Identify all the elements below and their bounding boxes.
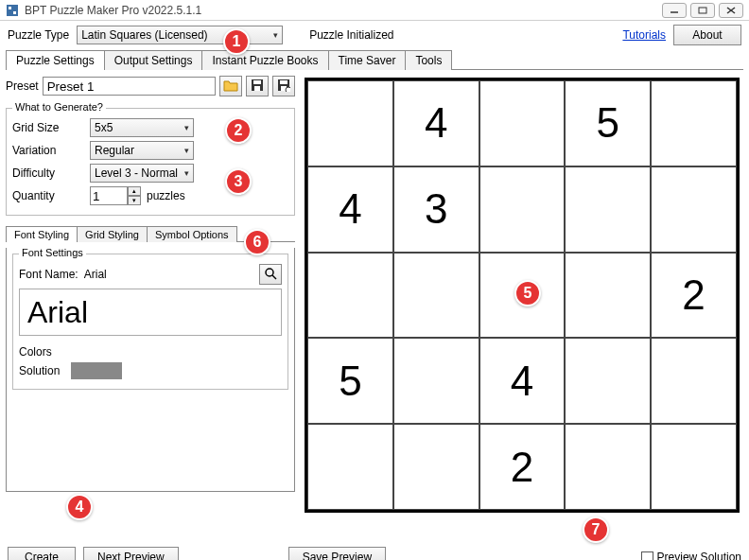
save-as-icon (277, 79, 290, 95)
quantity-unit: puzzles (147, 189, 185, 202)
font-browse-button[interactable] (259, 264, 282, 285)
puzzle-cell: 2 (479, 424, 566, 510)
chevron-down-icon: ▾ (184, 146, 189, 155)
footer-bar: Create Next Preview Save Preview Preview… (0, 541, 749, 560)
svg-rect-2 (13, 11, 16, 14)
preset-row: Preset (6, 76, 295, 96)
subtab-grid-styling[interactable]: Grid Styling (77, 226, 148, 242)
spin-up-button[interactable]: ▴ (128, 186, 141, 196)
svg-rect-11 (280, 80, 287, 84)
window-titlebar: BPT Puzzle Maker Pro v2022.5.1.1 (0, 0, 749, 21)
svg-rect-9 (254, 86, 260, 91)
callout-3: 3 (225, 168, 252, 195)
puzzle-cell (479, 166, 566, 253)
preview-solution-checkbox[interactable]: Preview Solution (641, 551, 741, 560)
subtab-symbol-options[interactable]: Symbol Options (147, 226, 237, 242)
svg-rect-4 (699, 8, 706, 13)
styling-panel: Font Settings Font Name: Arial Arial Col… (6, 248, 295, 492)
open-preset-button[interactable] (219, 76, 242, 96)
colors-label: Colors (19, 345, 282, 359)
puzzle-cell (393, 253, 479, 339)
puzzle-cell: 3 (393, 166, 479, 253)
save-preview-button[interactable]: Save Preview (288, 547, 386, 560)
callout-2: 2 (225, 117, 252, 144)
tab-puzzle-settings[interactable]: Puzzle Settings (6, 50, 105, 70)
generate-legend: What to Generate? (12, 101, 106, 113)
checkbox-icon (641, 551, 653, 561)
puzzle-cell (565, 253, 651, 339)
about-button[interactable]: About (673, 25, 741, 45)
next-preview-button[interactable]: Next Preview (83, 547, 179, 560)
save-preset-button[interactable] (246, 76, 269, 96)
puzzle-cell: 4 (393, 80, 479, 166)
preset-input[interactable] (43, 77, 216, 96)
variation-label: Variation (12, 144, 84, 157)
maximize-button[interactable] (690, 3, 715, 18)
puzzle-cell (651, 424, 737, 510)
app-icon (6, 4, 19, 17)
save-as-preset-button[interactable] (272, 76, 295, 96)
tab-tools[interactable]: Tools (405, 50, 452, 70)
tab-instant-puzzle-books[interactable]: Instant Puzzle Books (201, 50, 328, 70)
puzzle-cell (565, 338, 651, 424)
puzzle-cell (307, 253, 393, 339)
callout-4: 4 (66, 494, 93, 520)
puzzle-cell (651, 166, 737, 253)
create-button[interactable]: Create (8, 547, 76, 560)
variation-combo[interactable]: Regular▾ (90, 141, 194, 160)
difficulty-label: Difficulty (12, 166, 84, 180)
callout-1: 1 (223, 28, 250, 55)
solution-color-swatch[interactable] (71, 362, 122, 379)
chevron-down-icon: ▾ (184, 168, 189, 178)
puzzle-cell (565, 166, 651, 253)
puzzle-cell (565, 424, 651, 510)
puzzle-cell: 5 (307, 338, 393, 424)
chevron-down-icon: ▾ (273, 30, 278, 40)
puzzle-cell: 5 (565, 80, 651, 166)
puzzle-cell (393, 424, 479, 510)
svg-rect-8 (253, 80, 261, 84)
top-toolbar: Puzzle Type Latin Squares (Licensed) ▾ P… (0, 21, 749, 49)
folder-icon (223, 79, 238, 95)
tab-time-saver[interactable]: Time Saver (328, 50, 407, 70)
callout-7: 7 (583, 516, 609, 543)
quantity-input[interactable] (90, 186, 128, 205)
grid-size-label: Grid Size (12, 121, 84, 134)
save-icon (251, 79, 264, 95)
puzzle-cell (393, 338, 479, 424)
quantity-label: Quantity (12, 189, 84, 202)
tutorials-link[interactable]: Tutorials (622, 28, 666, 42)
status-text: Puzzle Initialized (309, 28, 393, 42)
svg-rect-0 (7, 5, 18, 16)
puzzle-cell: 2 (651, 253, 737, 339)
svg-point-13 (286, 87, 290, 92)
puzzle-cell (307, 424, 393, 510)
spin-down-button[interactable]: ▾ (128, 196, 141, 205)
puzzle-cell (651, 338, 737, 424)
puzzle-cell (651, 80, 737, 166)
tab-output-settings[interactable]: Output Settings (104, 50, 203, 70)
callout-6: 6 (244, 229, 270, 255)
puzzle-type-label: Puzzle Type (8, 28, 69, 42)
difficulty-combo[interactable]: Level 3 - Normal▾ (90, 164, 194, 183)
puzzle-type-combo[interactable]: Latin Squares (Licensed) ▾ (77, 26, 283, 44)
puzzle-cell: 4 (307, 166, 393, 253)
window-title: BPT Puzzle Maker Pro v2022.5.1.1 (25, 4, 662, 17)
search-icon (264, 267, 277, 283)
minimize-button[interactable] (662, 3, 687, 18)
font-name-label: Font Name: (19, 268, 78, 281)
grid-size-combo[interactable]: 5x5▾ (90, 118, 194, 137)
close-button[interactable] (719, 3, 743, 18)
puzzle-cell (307, 80, 393, 166)
font-preview: Arial (19, 289, 282, 336)
quantity-spinner[interactable]: ▴▾ (90, 186, 141, 205)
font-name-value: Arial (84, 268, 107, 281)
svg-rect-1 (9, 7, 11, 9)
chevron-down-icon: ▾ (184, 123, 189, 132)
preset-label: Preset (6, 79, 39, 93)
solution-color-label: Solution (19, 364, 60, 377)
font-settings-legend: Font Settings (19, 247, 86, 258)
generate-group: What to Generate? Grid Size 5x5▾ Variati… (6, 108, 295, 216)
subtab-font-styling[interactable]: Font Styling (6, 226, 78, 242)
puzzle-cell (479, 80, 566, 166)
